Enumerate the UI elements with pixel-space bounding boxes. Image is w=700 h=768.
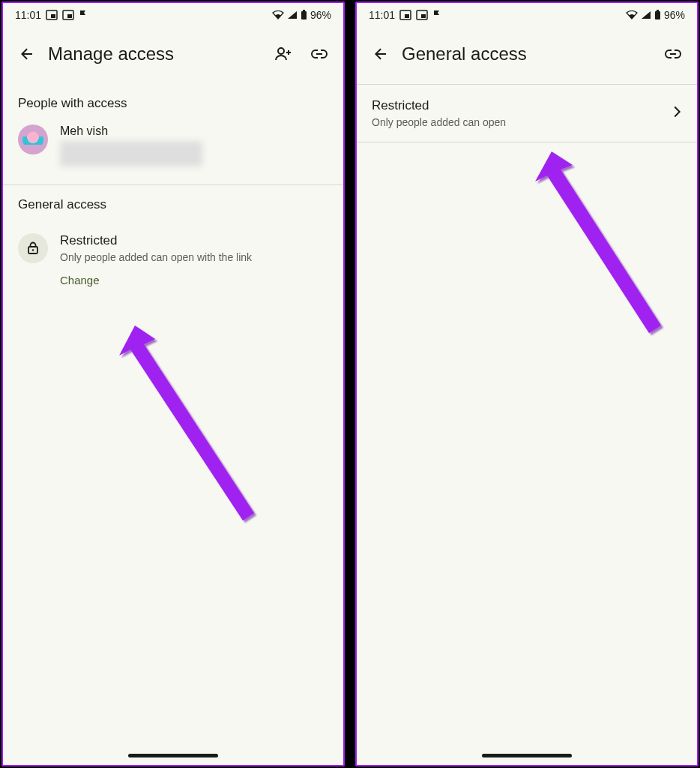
general-access-row[interactable]: Restricted Only people added can open wi… [3,218,343,296]
page-title: General access [399,44,655,64]
status-time: 11:01 [369,9,395,21]
app-bar: Manage access [3,24,343,84]
arrow-back-icon [18,45,36,63]
wifi-icon [272,10,284,20]
general-access-title: Restricted [60,233,252,248]
section-general-access: General access [3,185,343,218]
pip-icon-2 [62,10,74,20]
status-battery-pct: 96% [664,9,685,21]
svg-point-8 [32,249,34,250]
copy-link-button[interactable] [655,36,691,72]
pip-icon-1 [399,10,411,20]
battery-icon [301,10,307,20]
svg-rect-12 [421,14,426,18]
avatar [18,124,48,154]
person-row[interactable]: Meh vish [3,117,343,178]
pip-icon-1 [46,10,58,20]
change-link[interactable]: Change [60,274,252,292]
chevron-right-icon [669,104,685,123]
pip-icon-2 [416,10,428,20]
back-button[interactable] [363,36,399,72]
section-people-with-access: People with access [3,84,343,117]
person-name: Meh vish [60,124,202,138]
link-icon [310,45,328,63]
status-bar: 11:01 96% [357,3,697,24]
svg-rect-3 [67,14,72,18]
status-bar: 11:01 96% [3,3,343,24]
status-battery-pct: 96% [310,9,331,21]
flag-icon [79,10,88,20]
svg-rect-13 [655,11,660,20]
add-person-button[interactable] [265,36,301,72]
svg-rect-14 [657,10,659,11]
phone-manage-access: 11:01 96% Man [1,2,345,766]
flag-icon [432,10,441,20]
copy-link-button[interactable] [301,36,337,72]
person-email-redacted [60,141,202,166]
home-indicator[interactable] [482,754,572,758]
svg-rect-4 [301,11,307,20]
battery-icon [654,10,661,20]
annotation-arrow [108,310,273,538]
status-time: 11:01 [15,9,41,21]
signal-icon [641,10,651,20]
phone-general-access: 11:01 96% Gen [355,2,699,766]
page-title: Manage access [45,44,265,64]
divider [357,142,697,142]
annotation-arrow [529,138,679,351]
wifi-icon [626,10,638,20]
option-title: Restricted [372,98,669,113]
home-indicator[interactable] [128,754,218,758]
arrow-back-icon [372,45,390,63]
svg-rect-5 [303,10,305,11]
link-icon [664,45,682,63]
signal-icon [287,10,298,20]
general-access-subtitle: Only people added can open with the link [60,251,252,263]
lock-icon [25,241,40,256]
person-add-icon [274,45,292,63]
lock-circle [18,233,48,263]
app-bar: General access [357,24,697,84]
svg-rect-10 [405,14,409,18]
option-subtitle: Only people added can open [372,116,669,128]
svg-rect-1 [51,14,55,18]
back-button[interactable] [9,36,45,72]
svg-point-6 [278,48,284,54]
restricted-option[interactable]: Restricted Only people added can open [357,85,697,142]
